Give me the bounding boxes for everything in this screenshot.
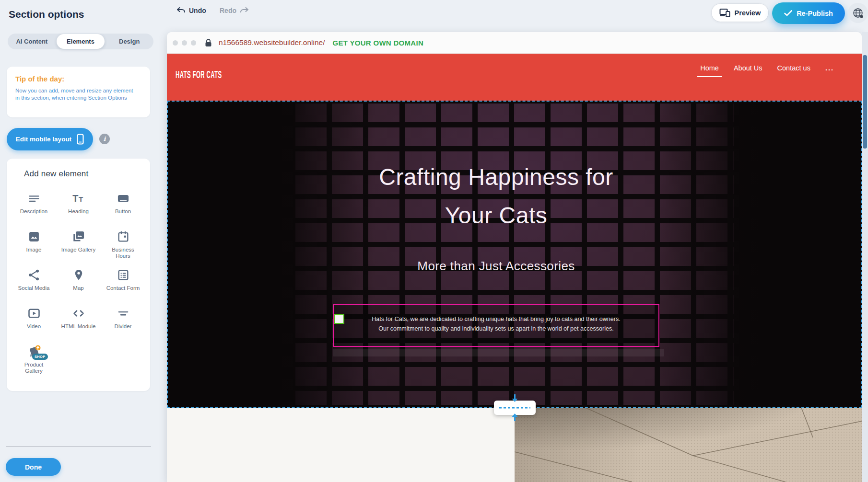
edit-mobile-label: Edit mobile layout: [16, 136, 71, 143]
page-title: Section options: [9, 9, 84, 20]
tab-ai-content[interactable]: AI Content: [8, 34, 56, 49]
add-element-grid: Description TT Heading Button: [12, 188, 145, 380]
site-preview-canvas: n1566589.websitebuilder.online/ GET YOUR…: [167, 32, 862, 482]
site-url: n1566589.websitebuilder.online/: [219, 38, 325, 47]
tab-elements[interactable]: Elements: [57, 34, 105, 49]
browser-bar: n1566589.websitebuilder.online/ GET YOUR…: [167, 32, 862, 54]
site-logo: HATS FOR CATS: [176, 69, 222, 81]
undo-button[interactable]: Undo: [176, 7, 206, 14]
nav-contact-us[interactable]: Contact us: [777, 64, 810, 72]
tip-of-the-day-card: Tip of the day: Now you can add, move an…: [7, 67, 150, 117]
image-gallery-icon: [71, 230, 86, 244]
nav-about-us[interactable]: About Us: [734, 64, 762, 72]
section-options-panel: Section options AI Content Elements Desi…: [0, 0, 157, 482]
app-root: Section options AI Content Elements Desi…: [0, 0, 868, 482]
redo-button[interactable]: Redo: [220, 7, 249, 14]
section-resize-handle[interactable]: [494, 401, 536, 415]
hero-body-text: Hats for Cats, we are dedicated to craft…: [345, 305, 647, 333]
tile-wall-background: [295, 103, 734, 405]
republish-button[interactable]: Re-Publish: [772, 2, 845, 24]
nav-more-menu[interactable]: ...: [825, 64, 834, 72]
scrollbar-thumb[interactable]: [863, 55, 867, 149]
add-element-image-gallery[interactable]: Image Gallery: [56, 227, 101, 265]
done-button[interactable]: Done: [6, 458, 61, 476]
add-element-video[interactable]: Video: [12, 303, 56, 342]
pavement-image: [515, 408, 862, 482]
lock-icon: [205, 38, 212, 47]
product-gallery-icon: SHOP: [27, 344, 41, 359]
add-element-card: Add new element Description TT Heading: [7, 159, 150, 391]
add-element-button[interactable]: Button: [101, 188, 145, 227]
add-element-html-module[interactable]: HTML Module: [56, 303, 101, 342]
svg-text:T: T: [79, 195, 83, 203]
site-header: HATS FOR CATS Home About Us Contact us .…: [167, 54, 862, 101]
add-element-social-media[interactable]: Social Media: [12, 265, 56, 303]
add-element-heading[interactable]: TT Heading: [56, 188, 101, 227]
video-icon: [27, 306, 41, 321]
shop-badge: SHOP: [32, 354, 47, 360]
edit-mobile-layout-button[interactable]: Edit mobile layout: [7, 128, 93, 150]
heading-icon: TT: [71, 191, 86, 206]
tip-body: Now you can add, move and resize any ele…: [15, 87, 138, 102]
devices-icon: [719, 8, 730, 17]
phone-icon: [77, 134, 84, 145]
svg-text:T: T: [72, 193, 78, 204]
hero-section-selected[interactable]: Crafting Happiness for Your Cats More th…: [167, 101, 862, 408]
map-icon: [71, 268, 86, 282]
tab-design[interactable]: Design: [105, 34, 153, 49]
panel-divider: [6, 447, 151, 447]
image-icon: [27, 230, 41, 244]
globe-icon: [852, 7, 864, 19]
element-resize-handle[interactable]: [334, 314, 344, 324]
add-element-divider[interactable]: Divider: [101, 303, 145, 342]
check-icon: [784, 10, 792, 16]
social-media-icon: [27, 268, 41, 282]
language-globe-button[interactable]: [848, 3, 868, 23]
add-element-contact-form[interactable]: Contact Form: [101, 265, 145, 303]
preview-button[interactable]: Preview: [711, 3, 769, 22]
hero-heading[interactable]: Crafting Happiness for Your Cats: [333, 158, 659, 235]
canvas-scrollbar[interactable]: [862, 32, 868, 482]
redo-icon: [240, 7, 249, 14]
description-icon: [27, 191, 41, 206]
add-element-image[interactable]: Image: [12, 227, 56, 265]
next-section: [167, 408, 862, 482]
add-element-business-hours[interactable]: Business Hours: [101, 227, 145, 265]
info-icon[interactable]: i: [99, 134, 110, 144]
tip-title: Tip of the day:: [15, 75, 141, 83]
contact-form-icon: [116, 268, 130, 282]
add-element-product-gallery[interactable]: SHOP Product Gallery: [12, 342, 56, 380]
panel-tab-bar: AI Content Elements Design: [8, 34, 153, 49]
html-module-icon: [71, 306, 86, 321]
hero-subheading[interactable]: More than Just Accessories: [333, 259, 659, 274]
get-domain-link[interactable]: GET YOUR OWN DOMAIN: [332, 39, 423, 47]
ghost-strip: [333, 349, 664, 356]
traffic-dots: [173, 40, 196, 46]
hero-text-block-selected[interactable]: Hats for Cats, we are dedicated to craft…: [333, 304, 659, 347]
divider-icon: [116, 306, 130, 321]
undo-icon: [176, 7, 186, 14]
nav-home[interactable]: Home: [700, 64, 719, 72]
add-element-title: Add new element: [24, 169, 145, 179]
business-hours-icon: [116, 230, 130, 244]
site-nav: Home About Us Contact us ...: [700, 64, 834, 72]
add-element-map[interactable]: Map: [56, 265, 101, 303]
add-element-description[interactable]: Description: [12, 188, 56, 227]
button-icon: [116, 191, 130, 206]
